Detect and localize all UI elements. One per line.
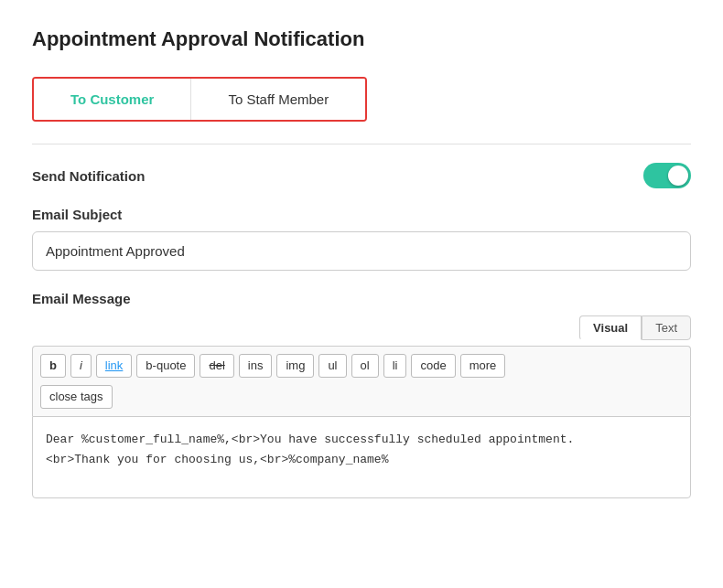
send-notification-row: Send Notification bbox=[32, 163, 691, 188]
toolbar-del-button[interactable]: del bbox=[200, 354, 233, 378]
send-notification-toggle[interactable] bbox=[643, 163, 691, 188]
editor-view-toggle: Visual Text bbox=[32, 315, 691, 340]
toolbar-ins-button[interactable]: ins bbox=[239, 354, 273, 378]
divider bbox=[32, 144, 691, 144]
send-notification-label: Send Notification bbox=[32, 168, 145, 184]
toggle-knob bbox=[668, 166, 688, 186]
toolbar-bold-button[interactable]: b bbox=[40, 354, 66, 378]
toolbar-ul-button[interactable]: ul bbox=[318, 354, 346, 378]
tabs-container: To Customer To Staff Member bbox=[32, 77, 367, 122]
email-message-label: Email Message bbox=[32, 291, 691, 306]
editor-content: Dear %customer_full_name%,<br>You have s… bbox=[46, 430, 677, 470]
toolbar-img-button[interactable]: img bbox=[276, 354, 314, 378]
toolbar-close-tags-button[interactable]: close tags bbox=[40, 385, 113, 409]
tab-to-customer[interactable]: To Customer bbox=[34, 79, 191, 120]
editor-body[interactable]: Dear %customer_full_name%,<br>You have s… bbox=[32, 416, 691, 498]
toolbar-link-button[interactable]: link bbox=[96, 354, 133, 378]
toolbar-ol-button[interactable]: ol bbox=[351, 354, 379, 378]
email-subject-section: Email Subject bbox=[32, 207, 691, 291]
editor-toolbar: b i link b-quote del ins img ul ol li co… bbox=[32, 346, 691, 381]
page-title: Appointment Approval Notification bbox=[32, 27, 691, 51]
toolbar-italic-button[interactable]: i bbox=[70, 354, 92, 378]
email-subject-input[interactable] bbox=[32, 231, 691, 271]
view-visual-button[interactable]: Visual bbox=[579, 315, 642, 340]
tab-to-staff-member[interactable]: To Staff Member bbox=[191, 79, 365, 120]
toolbar-code-button[interactable]: code bbox=[411, 354, 455, 378]
email-subject-label: Email Subject bbox=[32, 207, 691, 222]
toolbar-bquote-button[interactable]: b-quote bbox=[136, 354, 195, 378]
toolbar-more-button[interactable]: more bbox=[460, 354, 506, 378]
view-text-button[interactable]: Text bbox=[642, 315, 691, 340]
toolbar-li-button[interactable]: li bbox=[383, 354, 407, 378]
email-message-section: Email Message Visual Text b i link b-quo… bbox=[32, 291, 691, 498]
toolbar-row2: close tags bbox=[32, 381, 691, 416]
